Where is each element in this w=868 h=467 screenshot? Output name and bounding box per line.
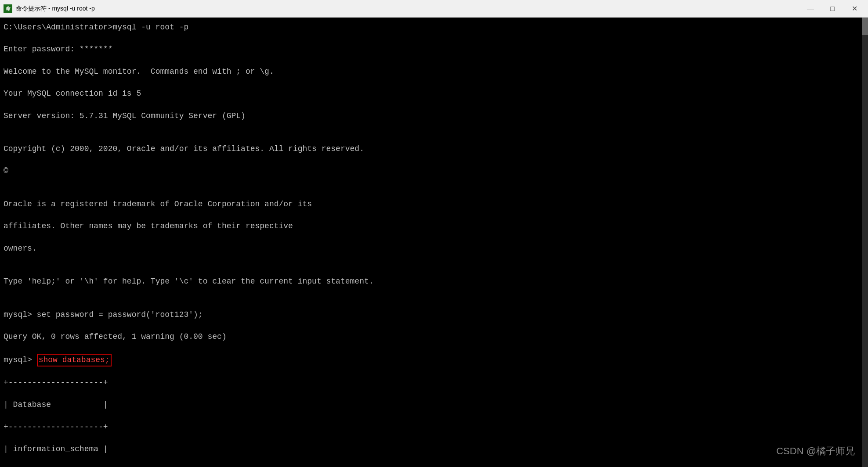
- terminal-line: Query OK, 0 rows affected, 1 warning (0.…: [4, 331, 864, 342]
- terminal-line: Your MySQL connection id is 5: [4, 88, 864, 99]
- mysql-prompt-show: mysql> show databases;: [4, 354, 864, 366]
- terminal-line: Copyright (c) 2000, 2020, Oracle and/or …: [4, 144, 864, 154]
- terminal-line: +--------------------+: [4, 422, 864, 433]
- highlighted-command: show databases;: [37, 354, 112, 366]
- terminal-line: Welcome to the MySQL monitor. Commands e…: [4, 66, 864, 77]
- terminal-line: owners.: [4, 243, 864, 254]
- window: 命 命令提示符 - mysql -u root -p — □ ✕ C:\User…: [0, 0, 868, 467]
- scrollbar-thumb[interactable]: [862, 18, 868, 35]
- cmd-icon: 命: [4, 4, 12, 13]
- maximize-button[interactable]: □: [822, 2, 843, 16]
- close-button[interactable]: ✕: [844, 2, 864, 16]
- terminal-line: affiliates. Other names may be trademark…: [4, 221, 864, 232]
- terminal-line: ©: [4, 165, 864, 176]
- scrollbar[interactable]: [862, 18, 868, 467]
- title-bar: 命 命令提示符 - mysql -u root -p — □ ✕: [0, 0, 868, 18]
- terminal-line: | Database |: [4, 399, 864, 410]
- window-controls: — □ ✕: [800, 2, 864, 16]
- terminal-body[interactable]: C:\Users\Administrator>mysql -u root -p …: [0, 18, 868, 467]
- minimize-button[interactable]: —: [800, 2, 821, 16]
- terminal-line: C:\Users\Administrator>mysql -u root -p: [4, 22, 864, 33]
- terminal-line: Enter password: *******: [4, 44, 864, 55]
- terminal-line: mysql> set password = password('root123'…: [4, 309, 864, 320]
- terminal-line: Type 'help;' or '\h' for help. Type '\c'…: [4, 276, 864, 287]
- window-title: 命令提示符 - mysql -u root -p: [16, 5, 95, 13]
- watermark: CSDN @橘子师兄: [776, 445, 855, 458]
- terminal-line: +--------------------+: [4, 377, 864, 388]
- terminal-line: Server version: 5.7.31 MySQL Community S…: [4, 111, 864, 122]
- terminal-line: | information_schema |: [4, 444, 864, 455]
- title-bar-left: 命 命令提示符 - mysql -u root -p: [4, 4, 95, 13]
- terminal-line: Oracle is a registered trademark of Orac…: [4, 199, 864, 210]
